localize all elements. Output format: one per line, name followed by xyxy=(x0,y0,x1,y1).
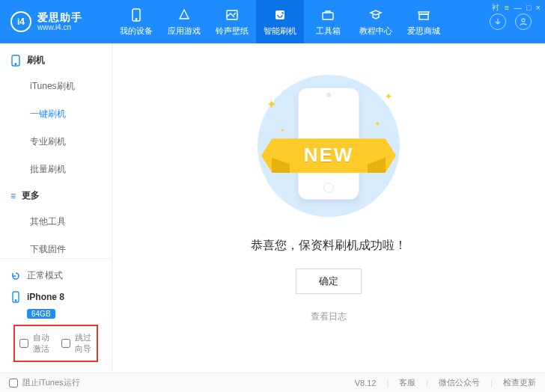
sidebar-item-batch-flash[interactable]: 批量刷机 xyxy=(0,156,112,183)
svg-rect-5 xyxy=(419,14,428,19)
nav-label: 智能刷机 xyxy=(264,25,296,37)
checkbox-skip-guide[interactable]: 跳过向导 xyxy=(61,331,93,356)
sidebar-item-oneclick-flash[interactable]: 一键刷机 xyxy=(0,100,112,128)
highlight-box: 自动激活 跳过向导 xyxy=(13,325,98,362)
flash-icon xyxy=(273,7,287,22)
download-button[interactable] xyxy=(490,13,506,30)
group-title: 更多 xyxy=(22,189,40,202)
brand-logo-icon: i4 xyxy=(10,11,31,32)
svg-point-10 xyxy=(15,300,16,301)
hamburger-icon: ≡ xyxy=(10,191,16,201)
nav-device[interactable]: 我的设备 xyxy=(112,0,160,43)
wallpaper-icon xyxy=(225,7,239,22)
version-label: V8.12 xyxy=(355,379,377,388)
checkbox-input[interactable] xyxy=(9,379,18,388)
main-panel: ✦ ✦ ✦ ✦ NEW 恭喜您，保资料刷机成功啦！ 确定 查看日志 xyxy=(112,43,545,373)
checkbox-label: 自动激活 xyxy=(33,332,51,355)
store-icon xyxy=(417,7,430,22)
close-icon[interactable]: × xyxy=(536,3,541,12)
star-icon: ✦ xyxy=(280,127,285,134)
ok-button[interactable]: 确定 xyxy=(296,269,362,294)
sidebar-group-flash: 刷机 xyxy=(0,48,112,73)
sidebar-item-other-tools[interactable]: 其他工具 xyxy=(0,208,112,236)
svg-rect-4 xyxy=(323,13,333,19)
brand-subtitle: www.i4.cn xyxy=(37,23,82,32)
status-bar: 阻止iTunes运行 V8.12 | 客服 | 微信公众号 | 检查更新 xyxy=(0,373,545,392)
maximize-icon[interactable]: □ xyxy=(526,3,532,12)
sidebar-item-itunes-flash[interactable]: iTunes刷机 xyxy=(0,73,112,100)
device-info[interactable]: iPhone 8 xyxy=(9,288,103,306)
sidebar: 刷机 iTunes刷机 一键刷机 专业刷机 批量刷机 ≡ 更多 其他工具 下载固… xyxy=(0,43,112,373)
nav-tutorial[interactable]: 教程中心 xyxy=(352,0,400,43)
device-name: iPhone 8 xyxy=(27,292,64,302)
phone-icon xyxy=(130,7,142,22)
app-header: i4 爱思助手 www.i4.cn 我的设备 应用游戏 铃声壁纸 xyxy=(0,0,545,43)
checkbox-label: 阻止iTunes运行 xyxy=(22,377,80,388)
new-ribbon: NEW xyxy=(261,138,396,173)
star-icon: ✦ xyxy=(385,91,392,102)
brand-title: 爱思助手 xyxy=(37,11,82,23)
sidebar-item-download-fw[interactable]: 下载固件 xyxy=(0,236,112,258)
apps-icon xyxy=(177,7,191,22)
star-icon: ✦ xyxy=(374,120,380,128)
checkbox-auto-activate[interactable]: 自动激活 xyxy=(19,331,51,356)
star-icon: ✦ xyxy=(267,97,276,111)
checkbox-input[interactable] xyxy=(19,339,28,348)
refresh-icon xyxy=(10,271,21,281)
phone-outline-icon xyxy=(10,55,21,67)
nav-toolbox[interactable]: 工具箱 xyxy=(304,0,352,43)
nav-label: 铃声壁纸 xyxy=(216,25,249,37)
device-mode[interactable]: 正常模式 xyxy=(9,266,103,285)
nav-label: 工具箱 xyxy=(316,25,341,37)
minimize-icon[interactable]: — xyxy=(514,3,522,12)
checkbox-label: 跳过向导 xyxy=(75,332,93,355)
success-message: 恭喜您，保资料刷机成功啦！ xyxy=(251,238,407,254)
sidebar-group-more: ≡ 更多 xyxy=(0,183,112,208)
storage-badge: 64GB xyxy=(27,309,55,319)
device-icon xyxy=(10,291,21,303)
success-illustration: ✦ ✦ ✦ ✦ NEW xyxy=(250,75,407,217)
nav-apps[interactable]: 应用游戏 xyxy=(160,0,208,43)
svg-point-8 xyxy=(15,63,16,64)
skin-icon[interactable]: 衬 xyxy=(492,2,499,13)
svg-point-6 xyxy=(522,19,525,22)
nav-ringtones[interactable]: 铃声壁纸 xyxy=(208,0,256,43)
checkbox-block-itunes[interactable]: 阻止iTunes运行 xyxy=(9,376,80,390)
nav-flash[interactable]: 智能刷机 xyxy=(256,0,304,43)
group-title: 刷机 xyxy=(27,54,45,67)
nav-store[interactable]: 爱思商城 xyxy=(400,0,448,43)
nav-label: 我的设备 xyxy=(120,25,153,37)
user-button[interactable] xyxy=(515,13,532,30)
toolbox-icon xyxy=(321,7,335,22)
brand: i4 爱思助手 www.i4.cn xyxy=(0,0,112,43)
nav-label: 应用游戏 xyxy=(168,25,201,37)
top-nav: 我的设备 应用游戏 铃声壁纸 智能刷机 工具箱 xyxy=(112,0,448,43)
window-controls: 衬 ≡ — □ × xyxy=(492,2,541,13)
nav-label: 教程中心 xyxy=(359,25,392,37)
update-link[interactable]: 检查更新 xyxy=(503,377,536,388)
tutorial-icon xyxy=(369,7,383,22)
menu-icon[interactable]: ≡ xyxy=(504,3,508,12)
support-link[interactable]: 客服 xyxy=(399,377,415,388)
view-log-link[interactable]: 查看日志 xyxy=(311,310,347,323)
wechat-link[interactable]: 微信公众号 xyxy=(439,377,480,388)
svg-point-1 xyxy=(136,18,137,19)
device-mode-label: 正常模式 xyxy=(27,269,63,282)
checkbox-input[interactable] xyxy=(61,339,70,348)
sidebar-item-pro-flash[interactable]: 专业刷机 xyxy=(0,128,112,156)
nav-label: 爱思商城 xyxy=(407,25,440,37)
svg-rect-3 xyxy=(275,10,284,19)
